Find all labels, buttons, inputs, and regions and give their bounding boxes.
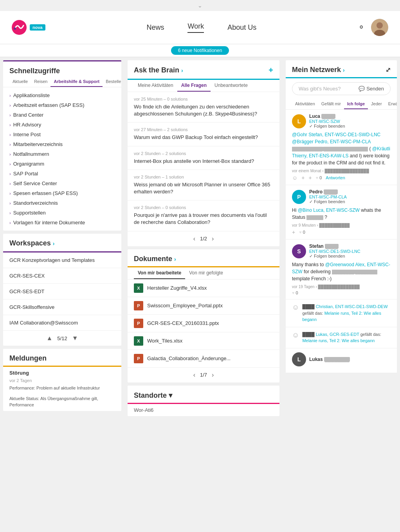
follow-btn-2[interactable]: ✓ Folgen beenden <box>309 199 391 204</box>
post-name-1[interactable]: Luca ████ <box>309 114 391 119</box>
filename-5: Galactia_Collaboration_Änderunge... <box>147 355 231 361</box>
dok-title[interactable]: Dokumente › <box>134 255 176 263</box>
add-reaction-plus-1[interactable]: + <box>301 175 305 181</box>
brain-pager-prev[interactable]: ‹ <box>193 235 195 242</box>
netzwerk-expand-icon[interactable]: ⤢ <box>386 66 391 74</box>
collapse-handle[interactable]: ⌄ <box>0 0 400 11</box>
netz-tab-ichfolge[interactable]: Ich folge <box>344 99 368 109</box>
link-sap-portal[interactable]: › SAP Portal <box>9 169 115 179</box>
dok-file-3[interactable]: P GCR-SES-CEX_20160331.pptx <box>128 315 279 332</box>
brain-question-4[interactable]: vor 2 Stunden – 1 solution Weiss jemand … <box>128 170 279 200</box>
follow-btn-3[interactable]: ✓ Folgen beenden <box>309 254 391 259</box>
workspaces-header[interactable]: Workspaces › <box>3 234 121 252</box>
workspace-item-4[interactable]: GCR-Skillsoffensive <box>3 299 121 315</box>
brain-tab-activities[interactable]: Meine Aktivitäten <box>134 80 177 92</box>
link-supportstellen[interactable]: › Supportstellen <box>9 208 115 218</box>
notification-badge[interactable]: 6 neue Notifikationen <box>171 46 229 55</box>
link-vorlagen[interactable]: › Vorlagen für interne Dokumente <box>9 218 115 227</box>
search-icon[interactable]: ⚬ <box>358 22 365 32</box>
link-brand-center[interactable]: › Brand Center <box>9 110 115 120</box>
post-dept-3[interactable]: ENT-WSC-DE1-SWD-LNC <box>309 249 391 254</box>
brain-question-5[interactable]: vor 2 Stunden – 0 solutions Pourquoi je … <box>128 200 279 231</box>
dok-file-5[interactable]: P Galactia_Collaboration_Änderunge... <box>128 350 279 368</box>
link-applikationsliste[interactable]: › Applikationsliste <box>9 90 115 100</box>
brain-pager-count: 1/2 <box>200 236 207 242</box>
meldungen-panel: Meldungen Störung vor 2 Tagen Performanc… <box>3 349 121 411</box>
netz-tab-jeder[interactable]: Jeder <box>368 99 385 109</box>
brain-title[interactable]: Ask the Brain › <box>134 66 183 74</box>
nav-news[interactable]: News <box>146 23 164 32</box>
filename-1: Hersteller Zugriffe_V4.xlsx <box>147 285 207 291</box>
brain-meta-1: vor 25 Minuten – 0 solutions <box>134 97 273 101</box>
add-reaction-1[interactable]: ☺ <box>292 175 297 181</box>
link-spesen[interactable]: › Spesen erfassen (SAP ESS) <box>9 188 115 198</box>
link-organigramm[interactable]: › Organigramm <box>9 159 115 169</box>
nav-work[interactable]: Work <box>187 22 204 33</box>
filename-3: GCR-SES-CEX_20160331.pptx <box>147 320 219 326</box>
link-arbeitszeit[interactable]: › Arbeitszeit erfassen (SAP ESS) <box>9 100 115 110</box>
standorte-header[interactable]: Standorte ▾ <box>128 386 279 404</box>
brain-question-3[interactable]: vor 2 Stunden – 2 solutions Internet-Box… <box>128 146 279 170</box>
tab-bestellen[interactable]: Bestellen <box>103 77 121 87</box>
dok-tabs: Von mir bearbeitete Von mir gefolgte <box>128 267 279 280</box>
dok-tab-bearbeitete[interactable]: Von mir bearbeitete <box>134 267 185 279</box>
post-name-2[interactable]: Pedro ████ <box>309 189 391 195</box>
link-interne-post[interactable]: › Interne Post <box>9 130 115 139</box>
netz-tab-aktivitaten[interactable]: Aktivitäten <box>292 99 318 109</box>
netz-tab-gefaellt[interactable]: Gefällt mir <box>318 99 344 109</box>
ask-brain-panel: Ask the Brain › + Meine Aktivitäten Alle… <box>128 60 279 246</box>
heart-count-1: ♥ 0 <box>316 175 322 180</box>
senden-button[interactable]: 💬 Senden <box>359 86 384 92</box>
dok-file-1[interactable]: X Hersteller Zugriffe_V4.xlsx <box>128 280 279 297</box>
header-right: ⚬ <box>358 19 388 36</box>
heart-count-2: ♥ 0 <box>299 230 305 234</box>
tab-reisen[interactable]: Reisen <box>31 77 50 87</box>
netzwerk-input-area: Was gibt's Neues? 💬 Senden <box>292 82 391 95</box>
add-reaction-3[interactable]: + <box>292 229 295 235</box>
netz-tab-erwahnung[interactable]: Erwähnungen <box>385 99 397 109</box>
workspace-item-2[interactable]: GCR-SES-CEX <box>3 268 121 284</box>
workspace-item-3[interactable]: GCR-SES-EDT <box>3 284 121 299</box>
user-avatar[interactable] <box>371 19 388 36</box>
workspace-item-1[interactable]: GCR Konzeptvorlagen und Templates <box>3 252 121 268</box>
post-name-6[interactable]: Lukas ████████ <box>309 357 391 362</box>
netzwerk-title[interactable]: Mein Netzwerk › <box>292 66 345 74</box>
brain-question-1[interactable]: vor 25 Minuten – 0 solutions Wo finde ic… <box>128 92 279 123</box>
dok-tab-gefolgte[interactable]: Von mir gefolgte <box>185 267 227 279</box>
storung-text1: Performance: Problem auf aktuelle Infras… <box>3 384 121 394</box>
tab-aktuelle[interactable]: Aktuelle <box>9 77 31 87</box>
tab-arbeitshilfe[interactable]: Arbeitshilfe & Support <box>50 77 103 87</box>
brain-tab-unanswered[interactable]: Unbeantwortete <box>211 80 252 92</box>
netzwerk-input-placeholder[interactable]: Was gibt's Neues? <box>299 86 359 92</box>
post-meta-3: vor 19 Tagen › ███████████████ <box>292 285 391 289</box>
reply-link-1[interactable]: Antworten <box>326 175 345 180</box>
post-avatar-6: L <box>292 352 306 366</box>
brain-add-icon[interactable]: + <box>268 66 273 75</box>
dok-pager-prev[interactable]: ‹ <box>193 371 195 379</box>
dok-file-2[interactable]: P Swisscom_Employee_Portal.pptx <box>128 297 279 315</box>
add-reaction-2[interactable]: + <box>308 175 312 181</box>
dok-file-4[interactable]: X Work_Tiles.xlsx <box>128 332 279 350</box>
brain-tab-all[interactable]: Alle Fragen <box>177 80 211 92</box>
pager-prev-btn[interactable]: ▲ <box>47 335 53 342</box>
link-notfall[interactable]: › Notfallnummern <box>9 149 115 159</box>
dok-pager-next[interactable]: › <box>212 371 214 379</box>
link-self-service[interactable]: › Self Service Center <box>9 179 115 188</box>
dok-pager: ‹ 1/7 › <box>128 368 279 382</box>
post-dept-2[interactable]: ENT-WSC-PM-CLA <box>309 195 391 199</box>
workspace-item-5[interactable]: IAM Collaboration@Swisscom <box>3 315 121 331</box>
follow-btn-1[interactable]: ✓ Folgen beenden <box>309 124 391 129</box>
link-hr-advisory[interactable]: › HR Advisory <box>9 120 115 130</box>
post-author-info-2: Pedro ████ ENT-WSC-PM-CLA ✓ Folgen beend… <box>309 189 391 204</box>
post-dept-1[interactable]: ENT-WSC-SZW <box>309 119 391 124</box>
brain-question-2[interactable]: vor 27 Minuten – 2 solutions Warum wird … <box>128 123 279 146</box>
pager-next-btn[interactable]: ▼ <box>72 335 78 342</box>
collapse-arrow-icon: ⌄ <box>198 2 202 9</box>
link-standort[interactable]: › Standortverzeichnis <box>9 198 115 208</box>
link-mitarbeiter[interactable]: › Mitarbeiterverzeichnis <box>9 139 115 149</box>
nav-aboutus[interactable]: About Us <box>227 23 256 32</box>
brain-pager-next[interactable]: › <box>212 235 214 242</box>
dokumente-panel: Dokumente › Von mir bearbeitete Von mir … <box>128 249 279 382</box>
post-meta-2: vor 9 Minuten › ███████████ <box>292 223 391 227</box>
post-name-3[interactable]: Stefan ████ <box>309 243 391 249</box>
